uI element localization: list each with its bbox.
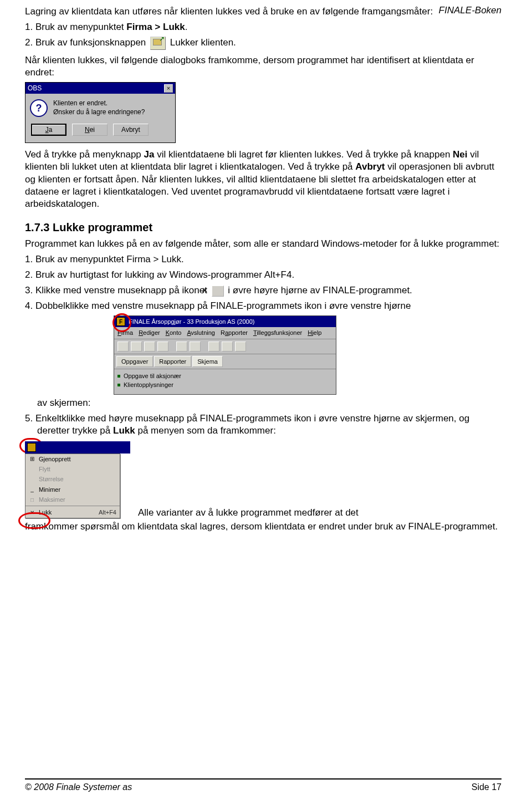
section-173-heading: 1.7.3 Lukke programmet: [25, 220, 502, 235]
mi-label: Minimer: [39, 486, 60, 493]
sysmenu-minimer[interactable]: _Minimer: [25, 485, 120, 495]
tb-cut-icon[interactable]: [208, 342, 219, 351]
red-circle-lukk-annotation: [18, 512, 50, 529]
i2-post: Lukker klienten.: [167, 38, 236, 48]
menu-avslutning[interactable]: Avslutning: [187, 329, 215, 336]
app-list: Oppgave til aksjonær Klientopplysninger: [114, 369, 336, 394]
mi-shortcut: Alt+F4: [99, 508, 116, 516]
footer-left: © 2008 Finale Systemer as: [25, 782, 132, 793]
l5-bold: Lukk: [113, 425, 135, 436]
system-menu: ⊞Gjenopprett Flytt Størrelse _Minimer □M…: [25, 454, 120, 518]
bullet-icon: [117, 375, 120, 378]
sysmenu-gjenopprett[interactable]: ⊞Gjenopprett: [25, 454, 120, 464]
intro-p1: Lagring av klientdata kan utføres når kl…: [25, 6, 502, 18]
tb-paste-icon[interactable]: [235, 342, 246, 351]
tab-rapporter[interactable]: Rapporter: [154, 356, 191, 367]
app-toolbar: [114, 339, 336, 354]
dialog-close-icon[interactable]: ×: [164, 84, 173, 93]
book-title: FINALE-Boken: [439, 4, 502, 17]
sec173-l1: 1. Bruk av menypunktet Firma > Lukk.: [25, 253, 502, 266]
menu-hjelp[interactable]: Hjelp: [308, 329, 321, 336]
close-client-icon: [150, 37, 166, 50]
app-titlebar: F FINALE Årsoppgjør - 33 Produksjon AS (…: [114, 316, 336, 327]
tb-print-icon[interactable]: [176, 342, 187, 351]
page-footer: © 2008 Finale Systemer as Side 17: [25, 778, 502, 793]
list-item[interactable]: Klientopplysninger: [117, 380, 332, 389]
ja-rest: a: [49, 126, 53, 134]
dialog-line1: Klienten er endret.: [53, 99, 145, 108]
exp-pre: Ved å trykke på menyknapp: [25, 149, 144, 160]
ja-button[interactable]: Ja: [31, 124, 66, 136]
mi-label: Gjenopprett: [39, 455, 70, 463]
app-window: F FINALE Årsoppgjør - 33 Produksjon AS (…: [114, 315, 336, 394]
avbryt-button[interactable]: Avbryt: [113, 124, 149, 136]
explain-para: Ved å trykke på menyknapp Ja vil klientd…: [25, 149, 502, 210]
sec173-l5: 5. Enkeltklikke med høyre museknapp på F…: [25, 412, 502, 437]
sec173-l4-tail: av skjermen:: [37, 397, 502, 409]
dialog-titlebar: OBS ×: [25, 83, 175, 94]
list-item[interactable]: Oppgave til aksjonær: [117, 371, 332, 380]
intro-item2: 2. Bruk av funksjonsknappen Lukker klien…: [25, 37, 502, 50]
tb-copy-icon[interactable]: [222, 342, 233, 351]
tab-oppgaver[interactable]: Oppgaver: [116, 356, 153, 367]
app-icon: [27, 443, 36, 452]
tb-open-icon[interactable]: [131, 342, 142, 351]
l3-post: i øvre høyre hjørne av FINALE-programmet…: [226, 285, 412, 296]
i2-pre: 2. Bruk av funksjonsknappen: [25, 38, 149, 48]
intro-p2: Når klienten lukkes, vil følgende dialog…: [25, 54, 502, 79]
i1-bold: Firma > Lukk: [126, 22, 185, 32]
l3-pre: 3. Klikke med venstre museknapp på ikone…: [25, 285, 210, 296]
i1-pre: 1. Bruk av menypunktet: [25, 22, 126, 32]
bullet-icon: [117, 384, 120, 386]
obs-dialog: OBS × ? Klienten er endret. Ønsker du å …: [25, 82, 176, 143]
tab-skjema[interactable]: Skjema: [192, 356, 223, 367]
list-item-label: Klientopplysninger: [124, 381, 173, 389]
sec173-l3: 3. Klikke med venstre museknapp på ikone…: [25, 284, 502, 297]
final-rest: framkommer spørsmål om klientdata skal l…: [25, 521, 502, 533]
footer-right: Side 17: [472, 782, 502, 793]
intro-item1: 1. Bruk av menypunktet Firma > Lukk.: [25, 21, 502, 33]
dialog-line2: Ønsker du å lagre endringene?: [53, 108, 145, 117]
menu-rediger[interactable]: Rediger: [139, 329, 160, 336]
sysmenu-flytt: Flytt: [25, 464, 120, 474]
restore-icon: ⊞: [29, 455, 35, 462]
tb-close-icon[interactable]: [144, 342, 155, 351]
exp-ja: Ja: [144, 149, 155, 160]
tb-save-icon[interactable]: [157, 342, 168, 351]
menu-rapporter[interactable]: Rapporter: [221, 329, 248, 336]
sec173-p: Programmet kan lukkes på en av følgende …: [25, 238, 502, 250]
question-icon: ?: [30, 99, 48, 117]
app-tabs: Oppgaver Rapporter Skjema: [114, 354, 336, 369]
l5-post: på menyen som da framkommer:: [135, 425, 276, 436]
menu-tillegg[interactable]: Tilleggsfunksjoner: [253, 329, 302, 336]
sysmenu-titlebar: [25, 441, 130, 454]
exp-nei: Nei: [453, 149, 467, 160]
tb-new-icon[interactable]: [117, 342, 129, 351]
list-item-label: Oppgave til aksjonær: [124, 372, 181, 380]
sysmenu-storrelse: Størrelse: [25, 474, 120, 484]
menu-konto[interactable]: Konto: [166, 329, 182, 336]
final-inline: Alle varianter av å lukke programmet med…: [138, 507, 359, 520]
mi-label: Flytt: [39, 465, 50, 473]
minimize-icon: _: [29, 486, 35, 493]
i1-post: .: [185, 22, 188, 32]
app-menubar: FirmaRedigerKontoAvslutningRapporterTill…: [114, 327, 336, 339]
system-menu-shot: ⊞Gjenopprett Flytt Størrelse _Minimer □M…: [25, 441, 130, 518]
mi-label: Maksimer: [39, 496, 65, 503]
maximize-icon: □: [29, 496, 35, 503]
exp-mid1: vil klientdataene bli lagret før kliente…: [154, 149, 453, 160]
sysmenu-maksimer: □Maksimer: [25, 495, 120, 505]
sec173-l4: 4. Dobbelklikke med venstre museknapp på…: [25, 300, 502, 312]
nei-button[interactable]: Nei: [72, 124, 108, 136]
app-title: FINALE Årsoppgjør - 33 Produksjon AS (20…: [129, 318, 254, 325]
window-close-icon: [212, 286, 224, 297]
mi-label: Størrelse: [39, 475, 64, 483]
sec173-l2: 2. Bruk av hurtigtast for lukking av Win…: [25, 269, 502, 281]
dialog-title: OBS: [28, 84, 42, 93]
exp-avbryt: Avbryt: [355, 161, 385, 172]
tb-preview-icon[interactable]: [190, 342, 201, 351]
